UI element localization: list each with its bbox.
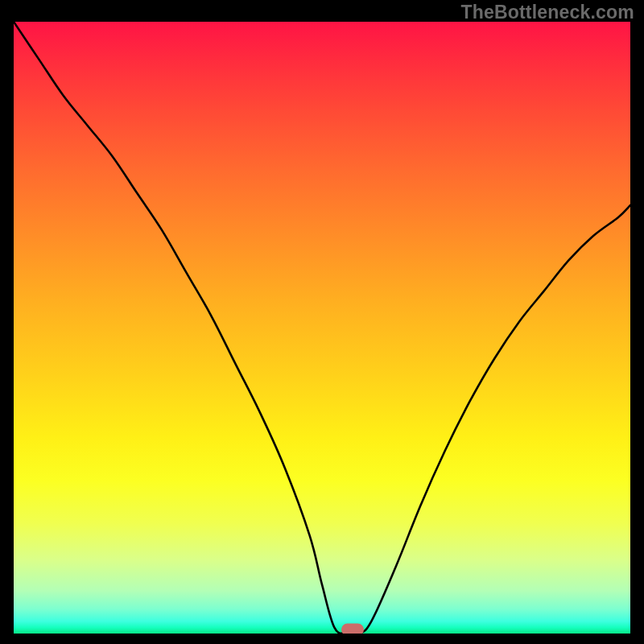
watermark-text: TheBottleneck.com	[460, 2, 634, 23]
plot-area	[14, 22, 630, 634]
optimum-marker	[341, 624, 364, 634]
bottleneck-curve	[14, 22, 630, 634]
chart-container: TheBottleneck.com	[0, 0, 644, 644]
